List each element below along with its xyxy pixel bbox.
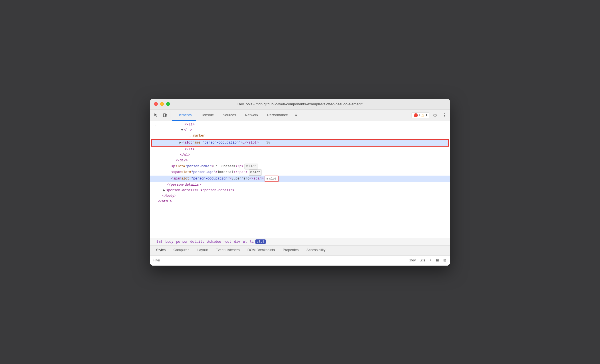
tag-span-close: </span> bbox=[233, 170, 247, 175]
dom-gutter: ... bbox=[150, 122, 158, 127]
dom-line[interactable]: </div> bbox=[150, 158, 450, 164]
slot-badge-label-age: slot bbox=[253, 170, 260, 175]
tab-network[interactable]: Network bbox=[241, 110, 263, 121]
warn-count: 1 bbox=[425, 113, 427, 117]
bottom-tab-layout[interactable]: Layout bbox=[193, 246, 212, 255]
more-options-button[interactable]: ⋮ bbox=[441, 111, 448, 119]
elements-panel: ... </li> ▼ <li> ::marker ... ▶ <slot na… bbox=[150, 121, 450, 238]
breadcrumb-shadow-root[interactable]: #shadow-root bbox=[206, 239, 233, 244]
device-toggle-button[interactable] bbox=[161, 110, 170, 121]
slot-badge-icon-age: ⊞ bbox=[250, 170, 252, 175]
attr-slot-occ: slot= bbox=[181, 176, 191, 181]
dollar-ref: == $0 bbox=[260, 140, 270, 145]
tag-p-open: <p bbox=[171, 164, 175, 169]
toolbar-divider bbox=[171, 111, 171, 119]
more-tabs-button[interactable]: » bbox=[292, 110, 299, 121]
text-immortal: Immortal bbox=[217, 170, 234, 175]
tag-span-occ-open: <span bbox=[171, 176, 181, 181]
cls-button[interactable]: .cls bbox=[419, 258, 426, 263]
dom-line[interactable]: </ul> bbox=[150, 152, 450, 158]
bottom-tab-computed[interactable]: Computed bbox=[170, 246, 193, 255]
warn-icon: ⚠ bbox=[421, 113, 425, 117]
breadcrumb-li[interactable]: li bbox=[249, 239, 255, 244]
add-style-button[interactable]: + bbox=[429, 258, 433, 263]
main-tabs: Elements Console Sources Network Perform… bbox=[172, 110, 412, 121]
breadcrumb-slot[interactable]: slot bbox=[255, 239, 266, 244]
error-count-badge[interactable]: 🔴 1 ⚠ 1 bbox=[412, 112, 429, 118]
tab-sources[interactable]: Sources bbox=[218, 110, 241, 121]
bottom-panel: Styles Computed Layout Event Listeners D… bbox=[150, 245, 450, 266]
window-title: DevTools - mdn.github.io/web-components-… bbox=[238, 102, 363, 106]
cursor-icon-button[interactable] bbox=[152, 110, 161, 121]
toolbar-right: 🔴 1 ⚠ 1 ⚙ ⋮ bbox=[412, 110, 448, 121]
sidebar-icon[interactable]: ⊡ bbox=[442, 258, 447, 263]
filter-bar: :hov .cls + ⊞ ⊡ bbox=[150, 256, 450, 266]
settings-button[interactable]: ⚙ bbox=[431, 111, 439, 119]
slot-badge-label: slot bbox=[249, 164, 256, 169]
hov-button[interactable]: :hov bbox=[408, 258, 417, 263]
slot-badge-occ[interactable]: ⊞ slot bbox=[265, 176, 278, 182]
attr-slot-val: "person-name" bbox=[185, 164, 211, 169]
selected-slot-line[interactable]: ... ▶ <slot name= "person-occupation" >…… bbox=[151, 139, 449, 147]
breadcrumb-ul[interactable]: ul bbox=[242, 239, 248, 244]
dom-line-span-occ[interactable]: <span slot= "person-occupation" > Superh… bbox=[150, 176, 450, 182]
slot-badge-age[interactable]: ⊞ slot bbox=[249, 169, 262, 176]
tab-console[interactable]: Console bbox=[196, 110, 218, 121]
tag-close-li: </li> bbox=[185, 147, 195, 152]
filter-input[interactable] bbox=[153, 258, 406, 262]
slot-badge-p[interactable]: ⊞ slot bbox=[245, 164, 258, 170]
text-dr-shazaam: Dr. Shazaam bbox=[213, 164, 235, 169]
breadcrumb-body[interactable]: body bbox=[164, 239, 175, 244]
dom-line[interactable]: ... </li> bbox=[150, 122, 450, 128]
attr-slot-age: slot= bbox=[181, 170, 191, 175]
svg-rect-1 bbox=[166, 114, 167, 116]
bottom-tab-event-listeners[interactable]: Event Listeners bbox=[212, 246, 243, 255]
error-count: 1 bbox=[419, 113, 421, 117]
bottom-tab-dom-breakpoints[interactable]: DOM Breakpoints bbox=[243, 246, 279, 255]
tag-span-occ-gt: > bbox=[229, 176, 231, 181]
slot-badge-icon-occ: ⊞ bbox=[267, 177, 268, 181]
tag-close-pd: </person-details> bbox=[167, 182, 201, 188]
breadcrumb-bar: html body person-details #shadow-root di… bbox=[150, 238, 450, 245]
dom-line-body[interactable]: </body> bbox=[150, 193, 450, 199]
dom-line-close-pd[interactable]: </person-details> bbox=[150, 182, 450, 188]
expand-arrow-pd[interactable]: ▶ bbox=[162, 188, 166, 193]
dom-line[interactable]: ▼ <li> bbox=[150, 128, 450, 133]
breadcrumb-div[interactable]: div bbox=[233, 239, 241, 244]
tag-close-html: </html> bbox=[158, 199, 172, 204]
expand-arrow-slot[interactable]: ▶ bbox=[178, 140, 182, 145]
minimize-button[interactable] bbox=[160, 102, 164, 106]
dom-line-p[interactable]: <p slot= "person-name" > Dr. Shazaam </p… bbox=[150, 164, 450, 170]
computed-style-icon[interactable]: ⊞ bbox=[435, 258, 440, 263]
attr-slot-age-val: "person-age" bbox=[191, 170, 215, 175]
tag-p-close: </p> bbox=[235, 164, 243, 169]
dom-line-html[interactable]: </html> bbox=[150, 199, 450, 204]
pseudo-element: ::marker bbox=[189, 133, 205, 139]
tab-performance[interactable]: Performance bbox=[263, 110, 292, 121]
dom-line-span-age[interactable]: <span slot= "person-age" > Immortal </sp… bbox=[150, 169, 450, 176]
dom-line-pd2[interactable]: ▶ <person-details> … </person-details> bbox=[150, 188, 450, 193]
tag-span-open: <span bbox=[171, 170, 181, 175]
breadcrumb-person-details[interactable]: person-details bbox=[175, 239, 205, 244]
text-superhero: Superhero bbox=[231, 176, 250, 181]
dom-line[interactable]: </li> bbox=[150, 147, 450, 152]
dom-line[interactable]: ::marker bbox=[150, 133, 450, 139]
expand-arrow[interactable]: ▼ bbox=[180, 128, 184, 133]
filter-right: :hov .cls + ⊞ ⊡ bbox=[408, 258, 447, 263]
tag-pd-open: <person-details> bbox=[166, 188, 198, 193]
error-icon: 🔴 bbox=[413, 113, 418, 117]
close-button[interactable] bbox=[154, 102, 158, 106]
slot-badge-icon: ⊞ bbox=[246, 164, 248, 169]
tag-p-gt: > bbox=[211, 164, 213, 169]
tag-close-body: </body> bbox=[162, 193, 176, 199]
bottom-tab-accessibility[interactable]: Accessibility bbox=[303, 246, 329, 255]
tab-elements[interactable]: Elements bbox=[172, 110, 196, 121]
breadcrumb-html[interactable]: html bbox=[153, 239, 164, 244]
bottom-tab-styles[interactable]: Styles bbox=[152, 246, 170, 255]
tag-span-gt: > bbox=[215, 170, 217, 175]
tag-close-ul: </ul> bbox=[180, 152, 190, 158]
slot-tag-content: >…</slot> bbox=[241, 140, 259, 145]
slot-tag-open: <slot bbox=[182, 140, 192, 145]
maximize-button[interactable] bbox=[166, 102, 170, 106]
bottom-tab-properties[interactable]: Properties bbox=[279, 246, 303, 255]
